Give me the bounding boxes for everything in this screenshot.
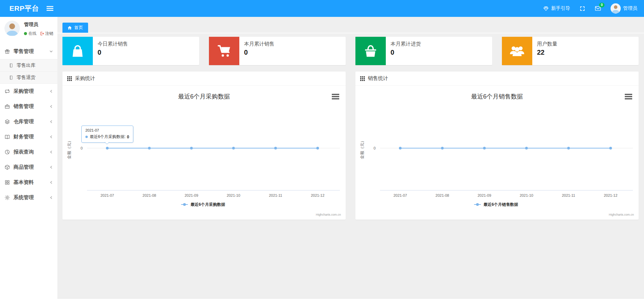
chart-export-button[interactable] (332, 94, 339, 100)
stat-value: 22 (537, 49, 557, 56)
stat-label: 今日累计销售 (98, 41, 128, 47)
navbar-right: 新手引导 0 (543, 3, 644, 13)
online-label: 在线 (28, 31, 36, 36)
stat-text: 今日累计销售 0 (93, 37, 133, 65)
panel-title: 采购统计 (75, 75, 95, 82)
x-axis-labels: 2021-072021-082021-092021-102021-112021-… (394, 193, 618, 197)
guide-button[interactable]: 新手引导 (543, 5, 570, 11)
sidebar: 管理员 在线 注销 (0, 17, 57, 300)
cart-icon (209, 37, 239, 65)
chevron-left-icon (49, 165, 53, 169)
sidebar-item-products[interactable]: 商品管理 (0, 160, 57, 175)
tooltip-series-row: 最近6个月采购数据: 0 (85, 134, 129, 140)
y-axis-title: 金额（元） (67, 139, 72, 159)
chevron-left-icon (49, 181, 53, 184)
svg-text:2021-08: 2021-08 (435, 193, 449, 197)
sidebar-item-reports[interactable]: 报表查询 (0, 144, 57, 160)
data-point (399, 147, 402, 149)
sidebar-item-finance[interactable]: 财务管理 (0, 129, 57, 144)
chevron-left-icon (49, 89, 53, 93)
sidebar-item-retail-outbound[interactable]: 零售出库 (0, 59, 57, 72)
series-line (399, 147, 612, 149)
highcharts-credit[interactable]: Highcharts.com.cn (609, 213, 634, 216)
stat-label: 用户数量 (537, 41, 557, 47)
stat-label: 本月累计进货 (391, 41, 421, 47)
sidebar-item-basic-data[interactable]: 基本资料 (0, 175, 57, 190)
panel-header: 销售统计 (355, 72, 639, 86)
data-point (106, 147, 109, 149)
charts-row: 采购统计 最近6个月采购数据0金额（元）2021-072021-082021-0… (62, 72, 639, 220)
fullscreen-button[interactable] (580, 6, 585, 11)
sidebar-item-warehouse[interactable]: 仓库管理 (0, 114, 57, 129)
sidebar-menu: 零售管理 零售出库 零售退货 (0, 44, 57, 205)
y-axis-title: 金额（元） (360, 139, 365, 159)
briefcase-icon (4, 104, 10, 109)
y-tick-label: 0 (374, 146, 376, 150)
series-line (106, 147, 319, 149)
messages-button[interactable]: 0 (595, 6, 601, 11)
chart-export-button[interactable] (625, 94, 632, 100)
purchase-stats-panel: 采购统计 最近6个月采购数据0金额（元）2021-072021-082021-0… (62, 72, 346, 220)
svg-text:2021-10: 2021-10 (520, 193, 533, 197)
data-point (567, 147, 570, 149)
sidebar-toggle-button[interactable] (47, 6, 53, 11)
sidebar-item-sales[interactable]: 销售管理 (0, 99, 57, 114)
chevron-left-icon (49, 105, 53, 108)
tab-home[interactable]: 首页 (62, 23, 88, 33)
sidebar-item-retail-returns[interactable]: 零售退货 (0, 72, 57, 83)
sidebar-item-purchase[interactable]: 采购管理 (0, 84, 57, 99)
menu-label: 报表查询 (14, 149, 34, 155)
repeat-icon (4, 88, 10, 94)
hamburger-icon (47, 6, 53, 11)
box-icon (4, 164, 10, 170)
chevron-left-icon (49, 196, 53, 199)
logout-link[interactable]: 注销 (40, 31, 53, 36)
doc-icon (9, 75, 14, 80)
data-point (441, 147, 444, 149)
book-icon (4, 134, 10, 140)
th-grid-icon (360, 76, 365, 81)
svg-text:最近6个月销售数据: 最近6个月销售数据 (484, 202, 518, 207)
brand-logo[interactable]: ERP平台 (0, 4, 47, 13)
menu-label: 财务管理 (14, 134, 34, 140)
sidebar-item-retail[interactable]: 零售管理 (0, 44, 57, 59)
doc-icon (9, 63, 14, 68)
user-avatar-image (4, 21, 20, 36)
chevron-left-icon (49, 120, 53, 124)
y-tick-label: 0 (81, 146, 83, 150)
menu-label: 零售管理 (14, 48, 34, 55)
retail-submenu: 零售出库 零售退货 (0, 59, 57, 84)
svg-text:2021-09: 2021-09 (478, 193, 491, 197)
gift-icon (4, 49, 10, 54)
home-icon (68, 26, 72, 30)
sales-chart: 最近6个月销售数据0金额（元）2021-072021-082021-092021… (355, 86, 639, 220)
chevron-left-icon (49, 135, 53, 139)
sidebar-item-system[interactable]: 系统管理 (0, 190, 57, 205)
online-dot (24, 32, 27, 35)
legend-item[interactable]: 最近6个月采购数据 (181, 202, 225, 207)
data-point (190, 147, 193, 149)
stat-label: 本月累计销售 (244, 41, 274, 47)
svg-text:2021-12: 2021-12 (311, 193, 324, 197)
shopping-bag-icon (62, 37, 93, 65)
menu-group-retail: 零售管理 零售出库 零售退货 (0, 44, 57, 84)
th-grid-icon (67, 76, 72, 81)
navbar-username: 管理员 (623, 5, 637, 11)
user-menu[interactable]: 管理员 (611, 3, 637, 13)
menu-label: 零售退货 (17, 75, 35, 81)
menu-label: 销售管理 (14, 103, 34, 110)
legend-item[interactable]: 最近6个月销售数据 (474, 202, 518, 207)
footer (57, 298, 644, 300)
user-avatar (4, 21, 20, 36)
sign-out-icon (40, 31, 44, 36)
panel-title: 销售统计 (368, 75, 388, 82)
tab-label: 首页 (74, 25, 83, 31)
svg-text:2021-11: 2021-11 (562, 193, 575, 197)
user-info: 管理员 在线 注销 (24, 21, 53, 36)
gem-icon (543, 6, 549, 11)
guide-label: 新手引导 (551, 5, 570, 11)
sales-stats-panel: 销售统计 最近6个月销售数据0金额（元）2021-072021-082021-0… (355, 72, 639, 220)
gear-icon (4, 195, 10, 200)
highcharts-credit[interactable]: Highcharts.com.cn (316, 213, 341, 216)
svg-text:最近6个月采购数据: 最近6个月采购数据 (191, 202, 225, 207)
